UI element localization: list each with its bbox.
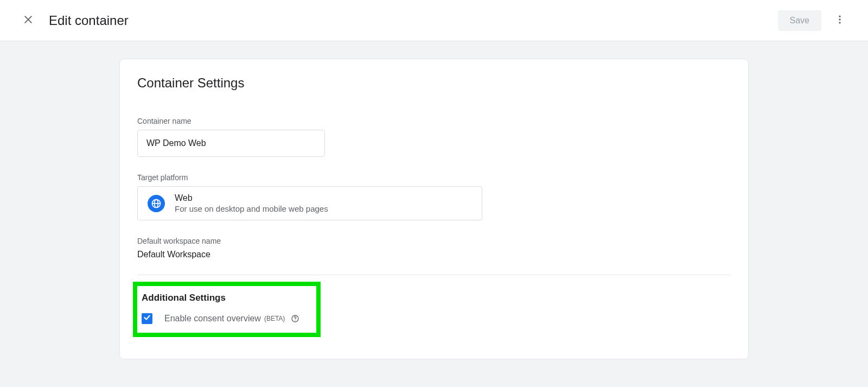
beta-badge: (BETA) (264, 315, 285, 322)
close-button[interactable] (17, 10, 39, 31)
check-icon (143, 314, 151, 323)
svg-point-9 (295, 320, 296, 321)
dialog-header: Edit container Save (0, 0, 868, 41)
consent-overview-label: Enable consent overview (164, 314, 261, 323)
save-button[interactable]: Save (778, 10, 821, 31)
target-platform-row: Web For use on desktop and mobile web pa… (137, 186, 482, 220)
close-icon (23, 14, 34, 27)
svg-point-4 (839, 22, 840, 23)
dialog-title: Edit container (49, 13, 778, 28)
additional-settings-highlight: Additional Settings Enable consent overv… (133, 282, 321, 337)
more-vertical-icon (834, 14, 845, 27)
section-title-container-settings: Container Settings (137, 75, 731, 91)
label-container-name: Container name (137, 117, 731, 125)
label-default-workspace: Default workspace name (137, 237, 731, 245)
svg-point-3 (839, 18, 840, 20)
default-workspace-value: Default Workspace (137, 250, 731, 259)
platform-name: Web (175, 193, 328, 203)
platform-description: For use on desktop and mobile web pages (175, 204, 328, 213)
consent-overview-checkbox[interactable] (142, 313, 152, 324)
platform-text: Web For use on desktop and mobile web pa… (175, 193, 328, 213)
globe-icon (148, 195, 165, 212)
settings-card: Container Settings Container name Target… (119, 59, 749, 359)
svg-point-2 (839, 15, 840, 17)
consent-label-group: Enable consent overview (BETA) (164, 314, 300, 323)
help-icon[interactable] (290, 314, 300, 323)
label-target-platform: Target platform (137, 173, 731, 182)
section-title-additional-settings: Additional Settings (139, 293, 300, 303)
more-options-button[interactable] (829, 10, 851, 31)
consent-overview-row: Enable consent overview (BETA) (139, 313, 300, 324)
section-divider (137, 275, 731, 275)
dialog-body: Container Settings Container name Target… (0, 41, 868, 359)
container-name-input[interactable] (137, 130, 325, 157)
